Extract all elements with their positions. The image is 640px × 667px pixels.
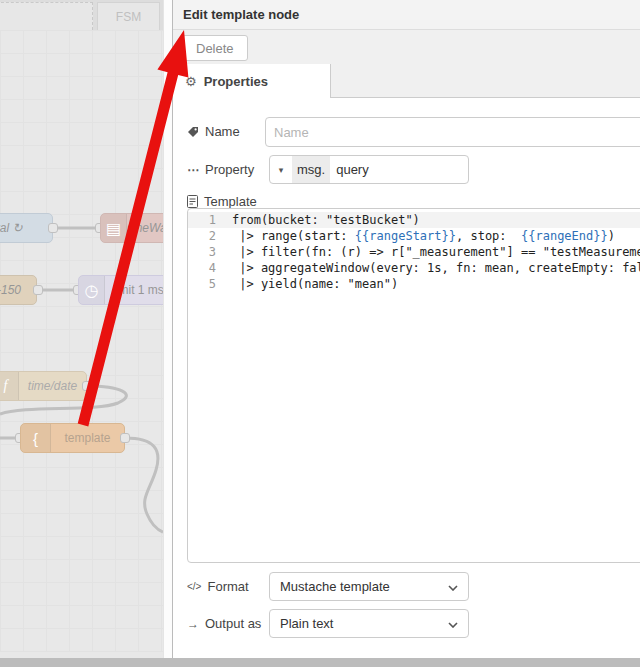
node-sinewave: ▤ sineWave (100, 213, 163, 243)
chevron-down-icon[interactable]: ▾ (270, 156, 292, 183)
code-line[interactable]: 1from(bucket: "testBucket") (188, 212, 640, 228)
document-icon (187, 195, 198, 208)
dialog-toolbar: Delete (173, 30, 640, 64)
flow-tab-partial (0, 2, 93, 30)
code-icon: </> (187, 581, 201, 592)
code-lines[interactable]: 1from(bucket: "testBucket")2 |> range(st… (188, 212, 640, 292)
code-text[interactable]: from(bucket: "testBucket") (232, 212, 420, 228)
property-value[interactable]: query (330, 162, 369, 177)
wave-generator-icon: ▤ (101, 213, 127, 243)
function-icon: f (0, 371, 19, 401)
code-text[interactable]: |> range(start: {{rangeStart}}, stop: {{… (232, 228, 615, 244)
output-select[interactable]: Plain text (269, 609, 469, 638)
tab-properties[interactable]: ⚙ Properties (173, 64, 331, 98)
arrow-right-icon: → (187, 617, 199, 631)
node-limit-label: limit 1 ms (105, 283, 163, 297)
template-field-label: Template (187, 194, 257, 209)
code-text[interactable]: |> yield(name: "mean") (232, 276, 398, 292)
node-interval: interval ↻ (0, 213, 53, 243)
line-number: 1 (188, 212, 232, 228)
window-bottom-bar (0, 658, 640, 667)
node-timedate: f time/date (0, 371, 87, 401)
code-line[interactable]: 4 |> aggregateWindow(every: 1s, fn: mean… (188, 260, 640, 276)
tag-icon (187, 126, 199, 138)
property-typed-input[interactable]: ▾ msg. query (269, 155, 469, 184)
port-interval-out (48, 223, 58, 233)
code-line[interactable]: 2 |> range(start: {{rangeStart}}, stop: … (188, 228, 640, 244)
port-s150-out (33, 285, 43, 295)
node-timedate-label: time/date (19, 379, 86, 393)
edit-template-dialog: Edit template node Delete ⚙ Properties N… (172, 0, 640, 658)
name-input[interactable] (265, 117, 640, 147)
property-prefix[interactable]: msg. (292, 156, 330, 183)
code-text[interactable]: |> aggregateWindow(every: 1s, fn: mean, … (232, 260, 640, 276)
node-s150-label: s-150 (0, 283, 36, 297)
format-field-label: </> Format (187, 579, 249, 594)
node-interval-label: interval ↻ (0, 221, 52, 235)
node-red-app: interval ↻ ▤ sineWave s-150 ◷ limit 1 ms… (0, 0, 640, 667)
canvas-grid: interval ↻ ▤ sineWave s-150 ◷ limit 1 ms… (0, 30, 163, 652)
template-brace-icon: { (21, 423, 51, 453)
node-template-label: template (51, 431, 124, 445)
line-number: 4 (188, 260, 232, 276)
gear-icon: ⚙ (185, 74, 197, 89)
chevron-down-icon (448, 579, 458, 594)
ellipsis-icon: ⋯ (187, 163, 199, 177)
chevron-down-icon (448, 616, 458, 631)
dialog-tabbar: ⚙ Properties (173, 64, 640, 98)
flow-tabbar: FSM (0, 0, 172, 30)
format-select-value: Mustache template (280, 579, 390, 594)
dialog-title: Edit template node (173, 0, 640, 30)
delete-button[interactable]: Delete (182, 35, 248, 61)
line-number: 5 (188, 276, 232, 292)
node-limit: ◷ limit 1 ms (78, 275, 163, 305)
output-field-label: → Output as (187, 616, 261, 631)
format-select[interactable]: Mustache template (269, 572, 469, 601)
flow-canvas: interval ↻ ▤ sineWave s-150 ◷ limit 1 ms… (0, 0, 172, 658)
code-text[interactable]: |> filter(fn: (r) => r["_measurement"] =… (232, 244, 640, 260)
line-number: 3 (188, 244, 232, 260)
line-number: 2 (188, 228, 232, 244)
tab-properties-label: Properties (204, 74, 268, 89)
canvas-vertical-scrollbar (163, 0, 172, 658)
port-timedate-out (82, 381, 92, 391)
node-s150: s-150 (0, 275, 37, 305)
flow-tab-fsm: FSM (97, 2, 160, 30)
output-select-value: Plain text (280, 616, 333, 631)
node-sinewave-label: sineWave (127, 221, 163, 235)
node-template: { template (20, 423, 125, 453)
delay-clock-icon: ◷ (79, 275, 105, 305)
code-line[interactable]: 3 |> filter(fn: (r) => r["_measurement"]… (188, 244, 640, 260)
code-line[interactable]: 5 |> yield(name: "mean") (188, 276, 640, 292)
flow-wires (0, 30, 163, 652)
template-code-editor[interactable]: 1from(bucket: "testBucket")2 |> range(st… (187, 208, 640, 563)
port-template-out (120, 433, 130, 443)
name-field-label: Name (187, 124, 240, 139)
property-field-label: ⋯ Property (187, 162, 254, 177)
